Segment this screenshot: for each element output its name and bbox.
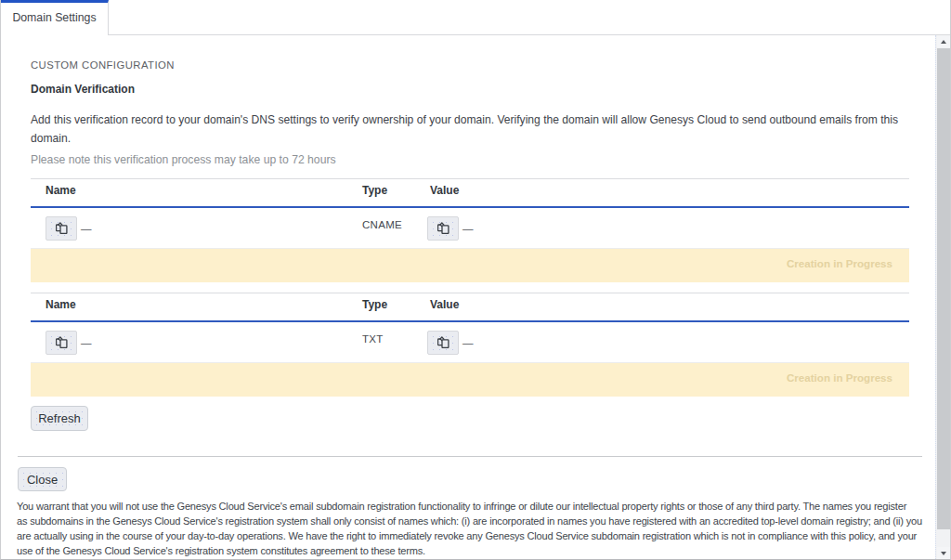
value-value: —: [462, 337, 474, 348]
scrollbar-up-button[interactable]: [937, 35, 950, 47]
legal-text: You warrant that you will not use the Ge…: [17, 499, 936, 558]
copy-icon: [56, 336, 68, 348]
table-row: — CNAME —: [31, 208, 909, 248]
column-header-type: Type: [348, 298, 415, 311]
name-value: —: [81, 223, 92, 234]
type-cell: TXT: [348, 322, 415, 362]
verification-description: Add this verification record to your dom…: [31, 111, 909, 148]
column-header-value: Value: [415, 184, 909, 197]
column-header-name: Name: [31, 298, 348, 311]
value-cell: —: [415, 322, 909, 362]
name-cell: —: [31, 208, 348, 248]
domain-settings-dialog: Domain Settings CUSTOM CONFIGURATION Dom…: [0, 0, 951, 560]
legal-line: as subdomains in the Genesys Cloud Servi…: [17, 514, 936, 528]
status-row: Creation in Progress: [31, 248, 909, 282]
vertical-scrollbar[interactable]: [935, 35, 950, 559]
copy-icon: [437, 336, 449, 348]
copy-name-button[interactable]: [46, 216, 77, 241]
custom-configuration-section: CUSTOM CONFIGURATION Domain Verification…: [1, 35, 936, 431]
legal-line: are actually using in the course of your…: [17, 528, 936, 543]
column-header-value: Value: [415, 298, 909, 311]
copy-value-button[interactable]: [427, 216, 459, 241]
domain-verification-title: Domain Verification: [31, 83, 909, 96]
triangle-up-icon: [941, 40, 946, 44]
scrollbar-down-button[interactable]: [937, 547, 950, 559]
refresh-button[interactable]: Refresh: [31, 406, 88, 431]
status-badge: Creation in Progress: [787, 257, 892, 269]
column-header-type: Type: [348, 184, 415, 197]
record-type: TXT: [362, 333, 384, 345]
status-row: Creation in Progress: [31, 362, 909, 397]
verification-note: Please note this verification process ma…: [31, 153, 909, 166]
legal-line: You warrant that you will not use the Ge…: [17, 499, 936, 514]
type-cell: CNAME: [348, 208, 415, 248]
table-header-row: Name Type Value: [31, 293, 909, 322]
close-button[interactable]: Close: [18, 467, 67, 491]
tab-domain-settings[interactable]: Domain Settings: [0, 0, 109, 35]
triangle-down-icon: [941, 552, 946, 555]
value-value: —: [462, 223, 474, 234]
value-cell: —: [415, 208, 909, 248]
description-line: domain.: [31, 129, 909, 148]
status-badge: Creation in Progress: [787, 371, 892, 384]
name-value: —: [81, 337, 92, 348]
dialog-body: CUSTOM CONFIGURATION Domain Verification…: [1, 35, 950, 559]
tab-bar: Domain Settings: [1, 0, 950, 35]
scrollbar-thumb[interactable]: [937, 48, 950, 529]
copy-icon: [56, 222, 68, 234]
legal-line: use of the Genesys Cloud Service's regis…: [17, 543, 936, 558]
cname-record-table: Name Type Value — CNAME: [31, 178, 909, 282]
record-type: CNAME: [362, 219, 402, 230]
custom-configuration-heading: CUSTOM CONFIGURATION: [31, 59, 909, 71]
copy-name-button[interactable]: [46, 331, 77, 355]
copy-icon: [437, 222, 449, 234]
name-cell: —: [31, 322, 348, 362]
table-row: — TXT —: [31, 322, 909, 362]
footer-divider: [18, 456, 922, 457]
column-header-name: Name: [31, 184, 348, 197]
scroll-content: CUSTOM CONFIGURATION Domain Verification…: [1, 35, 936, 559]
copy-value-button[interactable]: [427, 331, 459, 355]
table-header-row: Name Type Value: [31, 179, 909, 208]
tab-label: Domain Settings: [12, 11, 96, 24]
description-line: Add this verification record to your dom…: [31, 111, 909, 129]
txt-record-table: Name Type Value — TXT: [31, 293, 909, 397]
